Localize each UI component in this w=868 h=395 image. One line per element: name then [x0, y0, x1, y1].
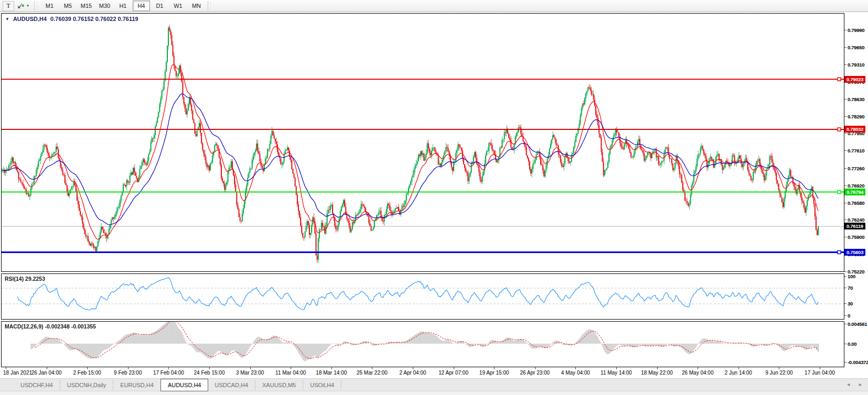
arrows-tool-icon: [17, 2, 25, 9]
chart-tab-usdchf[interactable]: USDCHF,H4: [14, 380, 60, 390]
rsi-tick-label: 70: [844, 285, 853, 291]
scale-tick-mark: [844, 47, 846, 48]
time-axis-tick: [698, 367, 698, 369]
time-axis-label: 9 Jun 22:00: [765, 370, 792, 376]
price-tick-label: 0.76240: [844, 217, 864, 223]
price-tick-label-text: 0.78290: [848, 114, 864, 119]
time-axis-label: 3 Mar 23:00: [236, 370, 264, 376]
time-axis-label: 9 Feb 23:00: [114, 370, 142, 376]
scale-tick-mark: [844, 315, 846, 316]
tab-scroll-arrows: ◄ ►: [846, 382, 863, 387]
timeframe-button-group: M1M5M15M30H1H4D1W1MN: [40, 1, 206, 11]
price-tick-label-text: 0.77610: [848, 148, 864, 153]
chart-tab-eurusd[interactable]: EURUSD,H4: [113, 380, 161, 390]
time-axis-label: 26 Jan 04:00: [31, 370, 62, 376]
rsi-tick-label: 100: [844, 273, 855, 279]
timeframe-button-d1[interactable]: D1: [151, 1, 168, 11]
price-tick-label: 0.78290: [844, 114, 864, 119]
chart-tab-xauusd[interactable]: XAUUSD,M5: [255, 380, 303, 390]
rsi-tick-label: 30: [844, 301, 853, 306]
status-bar: [0, 391, 868, 395]
scale-tick-mark: [844, 220, 846, 220]
price-tick-label: 0.76920: [844, 183, 864, 189]
time-axis-tick: [209, 367, 210, 369]
chart-title: ▼ AUDUSD,H4 0.76039 0.76152 0.76022 0.76…: [5, 16, 138, 22]
price-tick-label: 0.77260: [844, 166, 864, 171]
timeframe-button-m5[interactable]: M5: [59, 1, 77, 11]
price-tick-label-text: 0.75900: [848, 234, 864, 240]
text-tool-button[interactable]: T: [3, 1, 14, 11]
macd-label: MACD(12,26,9) -0.002348 -0.001355: [5, 323, 96, 330]
time-axis-tick: [738, 367, 739, 369]
chart-tab-usdcad[interactable]: USDCAD,H4: [208, 380, 255, 390]
chart-tab-usoil[interactable]: USOil,H4: [303, 380, 341, 390]
time-axis-label: 25 Mar 22:00: [357, 370, 388, 376]
time-axis-label: 24 Feb 15:00: [194, 370, 225, 376]
arrows-tool-button[interactable]: ▼: [15, 1, 31, 10]
time-axis-label: 11 Mar 04:00: [275, 370, 306, 376]
tab-scroll-right-icon[interactable]: ►: [858, 382, 863, 387]
time-axis-label: 4 May 04:00: [561, 370, 590, 376]
chart-panels: ▼ AUDUSD,H4 0.76039 0.76152 0.76022 0.76…: [1, 13, 844, 367]
macd-tick-label: 0.00: [844, 341, 856, 347]
rsi-panel: RSI(14) 29.2253: [1, 273, 844, 320]
arrows-dropdown-caret-icon[interactable]: ▼: [26, 4, 29, 7]
timeframe-button-m15[interactable]: M15: [78, 1, 95, 11]
rsi-chart-canvas[interactable]: [2, 274, 844, 319]
price-tick-label-text: 0.76240: [848, 217, 864, 223]
toolbar-grip: [34, 2, 37, 10]
price-marker-label: 0.75603: [844, 249, 865, 256]
price-chart-canvas[interactable]: [2, 14, 844, 271]
macd-tick-label: 0.004561: [844, 321, 867, 327]
scale-tick-mark: [844, 324, 846, 324]
time-axis-tick: [47, 367, 47, 369]
price-tick-label: 0.79990: [844, 27, 864, 33]
time-axis[interactable]: 18 Jan 202126 Jan 04:002 Feb 15:009 Feb …: [1, 367, 844, 378]
timeframe-button-m30[interactable]: M30: [96, 1, 113, 11]
time-axis-tick: [779, 367, 779, 369]
time-axis-tick: [657, 367, 658, 369]
price-marker-label: 0.79023: [844, 76, 865, 83]
price-tick-label-text: 0.79650: [848, 45, 864, 50]
scale-tick-mark: [844, 99, 846, 100]
rsi-tick-label-text: 70: [848, 285, 853, 291]
macd-panel: MACD(12,26,9) -0.002348 -0.001355: [1, 321, 844, 367]
chart-title-symbol: AUDUSD,H4: [13, 16, 47, 22]
macd-tick-label-text: 0.004561: [848, 321, 867, 327]
top-toolbar: T ▼ M1M5M15M30H1H4D1W1MN: [0, 0, 868, 12]
scale-tick-mark: [844, 185, 846, 186]
scale-tick-mark: [844, 344, 846, 344]
time-axis-label: 12 Apr 07:00: [438, 370, 468, 376]
chart-tab-audusd[interactable]: AUDUSD,H4: [160, 379, 209, 391]
price-tick-label-text: 0.79990: [848, 27, 864, 33]
timeframe-button-m1[interactable]: M1: [41, 1, 58, 11]
time-axis-label: 2 Apr 04:00: [399, 370, 426, 376]
timeframe-button-mn[interactable]: MN: [188, 1, 205, 11]
price-marker-label: 0.76794: [844, 189, 865, 195]
macd-chart-canvas[interactable]: [2, 322, 844, 367]
macd-tick-label-text: 0.00: [848, 341, 856, 347]
time-axis-tick: [168, 367, 169, 369]
chart-tab-usdcnh[interactable]: USDCNH,Daily: [60, 380, 114, 390]
price-tick-label-text: 0.78630: [848, 96, 864, 102]
time-axis-label: 19 Apr 15:00: [479, 370, 509, 376]
macd-tick-label-text: -0.004372: [848, 359, 868, 365]
price-scale[interactable]: 0.799900.796500.793100.789700.786300.782…: [844, 12, 868, 367]
scale-tick-mark: [844, 133, 846, 134]
price-tick-label-text: 0.77260: [848, 166, 864, 171]
price-tick-label-text: 0.79310: [848, 62, 864, 68]
time-axis-tick: [575, 367, 576, 369]
timeframe-button-h1[interactable]: H1: [114, 1, 132, 11]
scale-tick-mark: [844, 116, 846, 117]
macd-tick-label: -0.004372: [844, 359, 868, 365]
timeframe-button-w1[interactable]: W1: [169, 1, 187, 11]
scale-tick-mark: [844, 276, 846, 277]
timeframe-button-h4[interactable]: H4: [133, 1, 150, 11]
time-axis-tick: [87, 367, 88, 369]
time-axis-label: 2 Jun 14:00: [725, 370, 752, 376]
time-axis-label: 26 May 04:00: [682, 370, 714, 376]
chart-tab-bar: USDCHF,H4USDCNH,DailyEURUSD,H4AUDUSD,H4U…: [0, 378, 868, 391]
chart-context-menu-icon[interactable]: ▼: [5, 17, 9, 21]
price-tick-label: 0.76580: [844, 200, 864, 206]
tab-scroll-left-icon[interactable]: ◄: [846, 382, 851, 387]
